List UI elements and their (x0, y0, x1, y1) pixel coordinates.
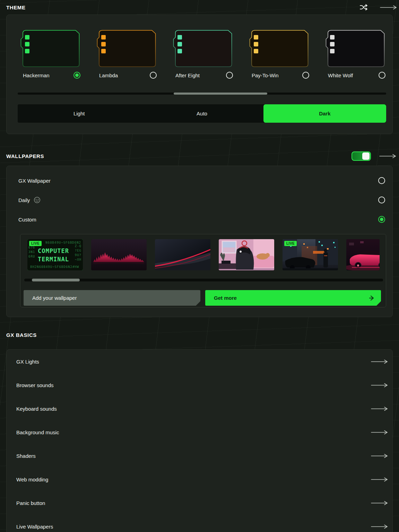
arrow-right-icon (371, 524, 388, 529)
theme-more-arrow-button[interactable] (380, 5, 397, 10)
wallpapers-section-title: WALLPAPERS (6, 153, 44, 159)
theme-card-label: White Wolf (328, 72, 353, 78)
theme-card-preview (20, 29, 81, 68)
row-label: Panic button (16, 500, 45, 506)
theme-radio-hackerman[interactable] (73, 72, 80, 79)
theme-card-label: Pay-To-Win (252, 72, 279, 78)
wallpapers-panel: GX Wallpaper Daily Custom N60B49U~SF6BD6… (6, 166, 393, 317)
terminal-code: 8H2N60B49U~SF6BD6N2#HW (30, 265, 79, 269)
theme-card-white-wolf[interactable]: White Wolf (325, 29, 386, 79)
gx-basics-panel: GX Lights Browser sounds Keyboard sounds… (6, 349, 393, 532)
option-label: Custom (18, 217, 36, 223)
theme-radio-pay-to-win[interactable] (302, 72, 309, 79)
gx-basics-row-browser-sounds[interactable]: Browser sounds (7, 373, 392, 397)
theme-cards-scrollbar[interactable] (18, 93, 386, 95)
smiley-icon (33, 196, 41, 204)
row-label: Shaders (16, 453, 36, 459)
theme-card-after-eight[interactable]: After Eight (173, 29, 234, 79)
wallpaper-thumb-red-waveform[interactable] (91, 239, 147, 270)
theme-cards-scrollbar-thumb[interactable] (174, 93, 267, 95)
theme-card-preview (249, 29, 310, 68)
radio-custom[interactable] (378, 216, 385, 223)
radio-daily[interactable] (378, 197, 385, 203)
theme-card-lambda[interactable]: Lambda (96, 29, 157, 79)
theme-radio-white-wolf[interactable] (379, 72, 385, 79)
mode-auto-button[interactable]: Auto (140, 104, 263, 123)
theme-cards-row: Hackerman Lambda (20, 29, 386, 79)
arrow-right-icon (371, 477, 388, 482)
toggle-knob (362, 152, 370, 160)
lofi-art (219, 239, 274, 270)
wallpaper-thumb-computer-terminal[interactable]: N60B49U~SF6BD6N2 676 3N1 6RU Z-Q ?EG 9U?… (27, 239, 83, 270)
shuffle-theme-button[interactable] (359, 3, 368, 12)
theme-section-title: THEME (6, 5, 26, 10)
wallpaper-thumb-lofi-girl[interactable] (219, 239, 274, 270)
theme-card-label: Lambda (99, 72, 118, 78)
color-mode-segmented-control: Light Auto Dark (18, 104, 386, 123)
arrow-right-icon (371, 383, 388, 387)
wallpapers-more-arrow-button[interactable] (379, 154, 397, 158)
theme-radio-lambda[interactable] (150, 72, 157, 79)
live-badge: LIVE (29, 241, 42, 246)
theme-card-label: Hackerman (23, 72, 50, 78)
wallpaper-thumb-neon-pink-car[interactable] (346, 239, 380, 270)
add-wallpaper-label: Add your wallpaper (32, 295, 77, 301)
option-label: GX Wallpaper (18, 178, 51, 184)
terminal-line-2: TERMINAL (27, 255, 79, 263)
row-label: Live Wallpapers (16, 524, 53, 530)
arrow-right-icon (371, 430, 388, 435)
mode-dark-button[interactable]: Dark (263, 104, 386, 123)
wallpaper-option-custom[interactable]: Custom (7, 210, 392, 229)
chevron-right-icon (369, 295, 374, 301)
gx-basics-row-gx-lights[interactable]: GX Lights (7, 350, 392, 373)
terrain-art (155, 239, 210, 270)
gx-settings-page: { "colors": { "page_bg": "#151a15", "pan… (0, 0, 399, 532)
radio-gx-wallpaper[interactable] (378, 177, 385, 184)
row-label: GX Lights (16, 359, 39, 365)
gx-basics-row-panic-button[interactable]: Panic button (7, 491, 392, 515)
wallpapers-scrollbar[interactable] (24, 279, 383, 281)
wallpaper-thumbnails-row: N60B49U~SF6BD6N2 676 3N1 6RU Z-Q ?EG 9U?… (27, 239, 380, 270)
custom-wallpapers-box: N60B49U~SF6BD6N2 676 3N1 6RU Z-Q ?EG 9U?… (20, 234, 386, 307)
theme-panel: Hackerman Lambda (6, 15, 393, 134)
theme-radio-after-eight[interactable] (226, 72, 233, 79)
add-wallpaper-button[interactable]: Add your wallpaper (24, 290, 200, 306)
gx-basics-row-background-music[interactable]: Background music (7, 420, 392, 444)
theme-card-preview (96, 29, 157, 68)
wallpapers-scrollbar-thumb[interactable] (32, 279, 80, 281)
mode-light-button[interactable]: Light (18, 104, 140, 123)
live-badge: LIVE (284, 241, 297, 246)
option-label: Daily (18, 197, 30, 203)
wallpaper-thumb-dark-terrain[interactable] (155, 239, 210, 270)
gx-basics-section-title: GX BASICS (6, 332, 37, 338)
get-more-wallpapers-button[interactable]: Get more (205, 290, 381, 306)
gx-basics-row-keyboard-sounds[interactable]: Keyboard sounds (7, 397, 392, 420)
row-label: Browser sounds (16, 382, 54, 388)
arrow-right-icon (371, 454, 388, 458)
row-label: Background music (16, 429, 59, 435)
theme-card-hackerman[interactable]: Hackerman (20, 29, 81, 79)
gx-basics-row-web-modding[interactable]: Web modding (7, 468, 392, 491)
theme-card-pay-to-win[interactable]: Pay-To-Win (249, 29, 310, 79)
theme-card-label: After Eight (175, 72, 200, 78)
arrow-right-icon (371, 359, 388, 364)
theme-card-preview (173, 29, 234, 68)
pink-car-art (346, 239, 380, 270)
shuffle-icon (359, 3, 368, 12)
row-label: Web modding (16, 477, 48, 482)
wallpaper-option-daily[interactable]: Daily (7, 190, 392, 210)
terminal-line-1: COMPUTER (27, 247, 79, 255)
get-more-label: Get more (214, 295, 237, 301)
gx-basics-row-live-wallpapers[interactable]: Live Wallpapers (7, 515, 392, 532)
waveform-art (91, 239, 147, 270)
arrow-right-icon (380, 5, 397, 10)
wallpaper-thumb-cyberpunk-street[interactable]: LIVE (283, 239, 338, 270)
arrow-right-icon (371, 501, 388, 505)
theme-card-preview (325, 29, 386, 68)
arrow-right-icon (379, 154, 397, 158)
arrow-right-icon (371, 407, 388, 411)
row-label: Keyboard sounds (16, 406, 57, 412)
wallpapers-toggle[interactable] (352, 151, 371, 161)
gx-basics-row-shaders[interactable]: Shaders (7, 444, 392, 468)
wallpaper-option-gx-wallpaper[interactable]: GX Wallpaper (7, 171, 392, 190)
